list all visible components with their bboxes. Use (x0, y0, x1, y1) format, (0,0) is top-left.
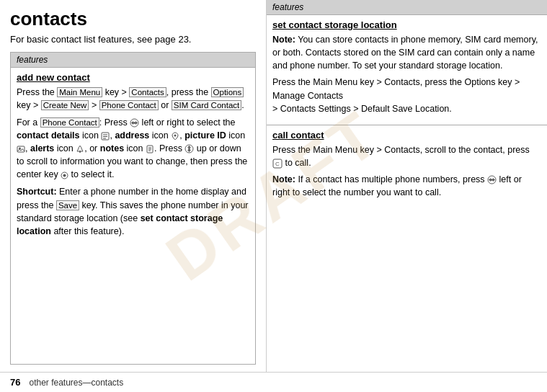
intro-text: For basic contact list features, see pag… (10, 34, 256, 45)
contacts-menu-label: Contacts (129, 87, 166, 97)
left-features-table: features add new contact Press the Main … (10, 52, 256, 365)
svg-marker-27 (493, 178, 495, 182)
note-label-1: Note: (272, 35, 295, 45)
footer-text: other features—contacts (29, 378, 123, 388)
alerts-icon (76, 145, 84, 153)
save-key-label: Save (56, 200, 79, 210)
contacts-settings-r1: Contacts Settings (280, 104, 351, 114)
add-contact-para1: Press the Main Menu key > Contacts, pres… (17, 86, 249, 112)
center-key-icon (61, 172, 68, 179)
contacts-r2: Contacts (384, 145, 419, 155)
main-menu-r2: Main Menu (313, 145, 357, 155)
storage-location-title: set contact storage location (272, 19, 541, 30)
contact-details-bold: contact details (17, 130, 80, 141)
set-storage-ref: set contact storage location (17, 213, 223, 236)
svg-point-3 (133, 122, 135, 124)
storage-location-para2: Press the Main Menu key > Contacts, pres… (272, 76, 541, 115)
address-bold: address (115, 130, 149, 141)
alerts-bold: alerts (30, 143, 54, 153)
call-contact-note: Note: If a contact has multiple phone nu… (272, 173, 541, 199)
page-number: 76 (10, 377, 20, 388)
add-contact-para2: For a Phone Contact: Press left or right… (17, 116, 249, 182)
note-label-2: Note: (272, 174, 295, 184)
nav-icon-lr2 (487, 175, 497, 184)
address-icon (171, 132, 179, 141)
shortcut-label: Shortcut: (17, 187, 57, 197)
create-new-label: Create New (41, 100, 89, 110)
svg-marker-18 (187, 146, 191, 148)
left-features-body: add new contact Press the Main Menu key … (11, 68, 255, 248)
nav-icon-ud1 (184, 144, 194, 153)
picture-id-bold: picture ID (184, 130, 226, 141)
page-container: contacts For basic contact list features… (0, 0, 547, 372)
svg-point-28 (491, 179, 493, 181)
page-title: contacts (10, 9, 256, 30)
svg-marker-1 (131, 121, 133, 125)
svg-rect-9 (17, 146, 25, 152)
add-contact-shortcut: Shortcut: Enter a phone number in the ho… (17, 185, 249, 238)
right-features-header: features (267, 0, 547, 15)
svg-marker-26 (489, 178, 491, 182)
svg-point-12 (79, 151, 81, 153)
svg-marker-2 (135, 121, 138, 125)
options-key-label: Options (211, 87, 244, 97)
left-features-header: features (11, 53, 255, 68)
phone-contact-ref: Phone Contact (40, 117, 99, 128)
storage-location-note: Note: You can store contacts in phone me… (272, 33, 541, 72)
manage-contacts-r1: Manage Contacts (272, 91, 343, 101)
page-footer: 76 other features—contacts (0, 372, 547, 392)
call-button-icon: C (272, 159, 283, 169)
main-menu-label: Main Menu (57, 87, 102, 97)
note-text-2: If a contact has multiple phone numbers,… (295, 174, 487, 184)
default-save-r1: Default Save Location (361, 104, 449, 114)
call-contact-title: call contact (272, 130, 541, 141)
svg-point-8 (174, 134, 177, 136)
phone-contact-label: Phone Contact (99, 100, 159, 110)
contact-details-icon (101, 132, 110, 141)
svg-point-20 (188, 148, 190, 150)
svg-marker-19 (187, 150, 191, 152)
main-menu-r1: Main Menu (313, 77, 357, 87)
contacts-r1: Contacts (384, 77, 419, 87)
sim-card-contact-label: SIM Card Contact (172, 100, 241, 110)
left-column: contacts For basic contact list features… (0, 0, 267, 372)
svg-point-22 (63, 174, 66, 177)
options-r1: Options (464, 77, 495, 87)
notes-icon (146, 145, 154, 153)
svg-text:C: C (275, 161, 280, 167)
storage-location-section: set contact storage location Note: You c… (267, 15, 547, 125)
picture-id-icon (17, 145, 25, 153)
nav-icon-lr1 (130, 118, 139, 128)
call-contact-para1: Press the Main Menu key > Contacts, scro… (272, 143, 541, 169)
note-text-1: You can store contacts in phone memory, … (272, 35, 538, 71)
call-contact-section: call contact Press the Main Menu key > C… (267, 125, 547, 209)
svg-point-10 (19, 147, 21, 149)
notes-bold: notes (100, 143, 124, 153)
add-contact-title: add new contact (17, 72, 249, 83)
right-column: features set contact storage location No… (267, 0, 547, 372)
